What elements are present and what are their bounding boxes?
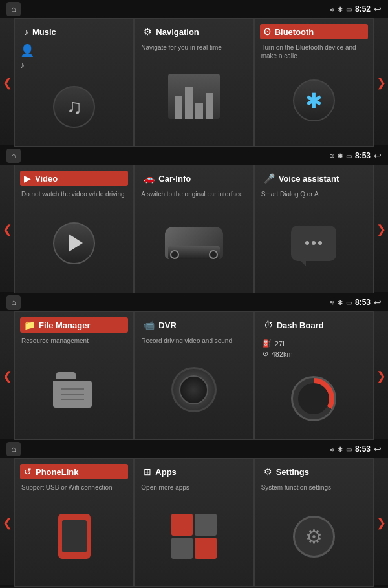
bt-symbol: ✱ — [305, 89, 323, 113]
bt-circle-icon: ✱ — [293, 79, 335, 121]
card-settings-desc: System function settings — [260, 483, 368, 492]
fm-header-icon: 📁 — [24, 320, 35, 330]
card-music[interactable]: ♪ Music 👤 ♪ ♫ — [14, 18, 134, 147]
card-bluetooth[interactable]: ʘ Bluetooth Turn on the Bluetooth device… — [254, 18, 374, 147]
range-icon: ⊙ — [263, 350, 268, 358]
card-nav-title: Navigation — [156, 27, 199, 37]
app-tile-2 — [195, 514, 217, 536]
screen-2: ⌂ ≋ ✱ ▭ 8:53 ↩ ❮ ▶ Video Do not watch th… — [0, 147, 388, 293]
status-bar-3: ⌂ ≋ ✱ ▭ 8:53 ↩ — [0, 293, 388, 311]
next-arrow-4[interactable]: ❯ — [374, 458, 388, 587]
folder-lines — [61, 386, 84, 402]
card-fm-title: File Manager — [39, 320, 90, 330]
card-carinfo-title: Car-Info — [158, 174, 191, 184]
next-arrow-1[interactable]: ❯ — [374, 18, 388, 147]
settings-gear-icon: ⚙ — [293, 516, 335, 558]
home-button-1[interactable]: ⌂ — [6, 2, 21, 16]
card-apps-header: ⊞ Apps — [140, 464, 248, 479]
card-voice-desc: Smart Dialog Q or A — [260, 190, 368, 198]
nav-illustration — [168, 74, 220, 119]
voice-header-icon: 🎤 — [264, 173, 275, 184]
card-bt-title: Bluetooth — [275, 27, 314, 37]
carinfo-icon-area — [140, 198, 248, 288]
car-wheel-right — [209, 250, 218, 259]
card-video-title: Video — [35, 174, 58, 184]
video-icon-area — [20, 198, 128, 288]
wifi-icon-4: ≋ — [329, 446, 334, 453]
nav-header-icon: ⚙ — [144, 26, 152, 37]
card-bt-desc: Turn on the Bluetooth device and make a … — [260, 43, 368, 60]
card-voice-header: 🎤 Voice assistant — [260, 171, 368, 186]
card-pl-title: PhoneLink — [36, 467, 78, 477]
card-phonelink[interactable]: ↺ PhoneLink Support USB or Wifi connecti… — [14, 458, 134, 587]
time-1: 8:52 — [355, 5, 371, 14]
prev-arrow-3[interactable]: ❮ — [0, 311, 14, 440]
status-bar-2: ⌂ ≋ ✱ ▭ 8:53 ↩ — [0, 147, 388, 165]
next-arrow-3[interactable]: ❯ — [374, 311, 388, 440]
building-1 — [175, 96, 182, 119]
time-3: 8:53 — [355, 298, 371, 307]
wifi-icon-3: ≋ — [329, 299, 334, 306]
next-arrow-2[interactable]: ❯ — [374, 165, 388, 293]
screen-3: ⌂ ≋ ✱ ▭ 8:53 ↩ ❮ 📁 File Manager Resource… — [0, 293, 388, 440]
play-button-icon — [53, 222, 95, 264]
bt-icon-4: ✱ — [338, 446, 343, 453]
home-button-3[interactable]: ⌂ — [6, 295, 21, 310]
fuel-item: ⛽ 27L — [263, 339, 365, 348]
back-icon-3[interactable]: ↩ — [374, 297, 382, 308]
status-icons-2: ≋ ✱ ▭ 8:53 ↩ — [329, 151, 382, 161]
phone-icon — [58, 514, 91, 559]
home-button-4[interactable]: ⌂ — [6, 442, 21, 456]
card-dashboard[interactable]: ⏱ Dash Board ⛽ 27L ⊙ 482km — [254, 311, 374, 440]
status-icons-4: ≋ ✱ ▭ 8:53 ↩ — [329, 444, 382, 454]
prev-arrow-1[interactable]: ❮ — [0, 18, 14, 147]
card-dash-header: ⏱ Dash Board — [260, 317, 368, 333]
chat-dot-1 — [305, 241, 309, 245]
back-icon-2[interactable]: ↩ — [374, 151, 382, 161]
cards-area-4: ❮ ↺ PhoneLink Support USB or Wifi connec… — [0, 458, 388, 587]
building-3 — [195, 103, 203, 119]
card-apps[interactable]: ⊞ Apps Open more apps — [134, 458, 253, 587]
bt-icon-area: ✱ — [260, 60, 368, 141]
card-carinfo-header: 🚗 Car-Info — [140, 171, 248, 186]
card-fm-header: 📁 File Manager — [20, 317, 128, 333]
back-icon-1[interactable]: ↩ — [374, 4, 382, 14]
status-bar-1: ⌂ ≋ ✱ ▭ 8:52 ↩ — [0, 0, 388, 18]
dash-header-icon: ⏱ — [264, 320, 273, 330]
card-carinfo[interactable]: 🚗 Car-Info A switch to the original car … — [134, 165, 253, 293]
card-navigation[interactable]: ⚙ Navigation Navigate for you in real ti… — [134, 18, 253, 147]
fm-icon-area — [20, 345, 128, 434]
home-button-2[interactable]: ⌂ — [6, 149, 21, 163]
screen-4: ⌂ ≋ ✱ ▭ 8:53 ↩ ❮ ↺ PhoneLink Support USB… — [0, 440, 388, 587]
cards-container-4: ↺ PhoneLink Support USB or Wifi connecti… — [14, 458, 374, 587]
music-note-icon: ♪ — [20, 59, 128, 70]
card-dash-title: Dash Board — [277, 320, 324, 330]
fuel-value: 27L — [275, 340, 286, 348]
card-video[interactable]: ▶ Video Do not watch the video while dri… — [14, 165, 134, 293]
music-symbol: ♫ — [67, 95, 82, 119]
card-voice[interactable]: 🎤 Voice assistant Smart Dialog Q or A — [254, 165, 374, 293]
music-icon-area: ♫ — [20, 72, 128, 141]
folder-line-2 — [61, 394, 84, 395]
card-pl-desc: Support USB or Wifi connection — [20, 483, 128, 492]
app-tile-4 — [195, 538, 217, 560]
car-illustration — [165, 227, 223, 259]
back-icon-4[interactable]: ↩ — [374, 444, 382, 454]
prev-arrow-2[interactable]: ❮ — [0, 165, 14, 293]
pl-header-icon: ↺ — [24, 467, 32, 477]
card-nav-header: ⚙ Navigation — [140, 24, 248, 39]
building-4 — [206, 93, 213, 119]
wifi-icon-2: ≋ — [329, 152, 334, 160]
card-filemanager[interactable]: 📁 File Manager Resource management — [14, 311, 134, 440]
fuel-icon: ⛽ — [263, 339, 272, 348]
range-value: 482km — [272, 350, 293, 358]
cards-area-2: ❮ ▶ Video Do not watch the video while d… — [0, 165, 388, 293]
folder-top — [56, 372, 76, 379]
cards-container-3: 📁 File Manager Resource management — [14, 311, 374, 440]
cards-area-3: ❮ 📁 File Manager Resource management — [0, 311, 388, 440]
prev-arrow-4[interactable]: ❮ — [0, 458, 14, 587]
speedometer-inner — [298, 383, 329, 414]
user-icon: 👤 — [20, 43, 128, 58]
card-dvr[interactable]: 📹 DVR Record driving video and sound — [134, 311, 253, 440]
card-settings[interactable]: ⚙ Settings System function settings ⚙ — [254, 458, 374, 587]
